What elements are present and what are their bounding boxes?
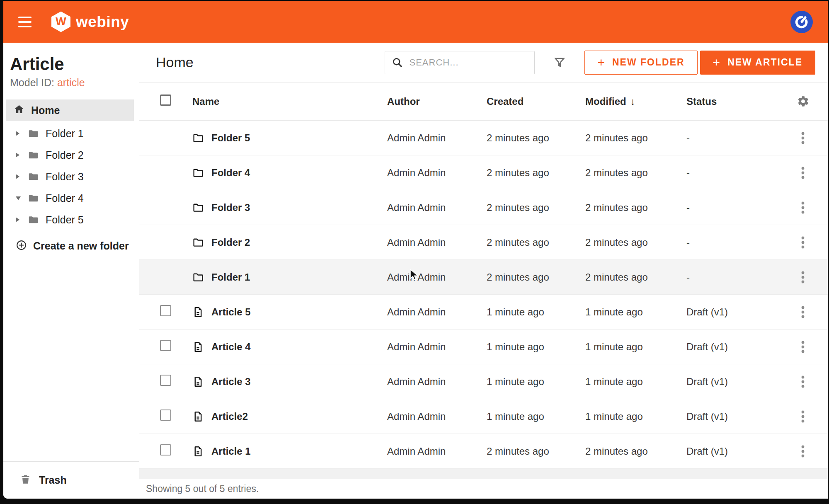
folder-icon — [28, 128, 39, 139]
kebab-menu-icon[interactable] — [800, 339, 806, 355]
chevron-right-icon[interactable] — [16, 174, 19, 179]
webiny-logo[interactable]: w webiny — [51, 12, 129, 32]
new-folder-button[interactable]: + NEW FOLDER — [584, 51, 697, 75]
column-header-author[interactable]: Author — [387, 96, 487, 107]
kebab-menu-icon[interactable] — [800, 374, 806, 390]
main-content: Home + — [139, 43, 828, 499]
kebab-menu-icon[interactable] — [800, 304, 806, 320]
row-name[interactable]: Folder 4 — [211, 167, 250, 179]
row-created: 2 minutes ago — [487, 167, 585, 179]
row-checkbox[interactable] — [160, 444, 171, 456]
folder-label: Folder 4 — [46, 192, 84, 204]
row-name[interactable]: Folder 5 — [211, 132, 250, 144]
row-name[interactable]: Article 4 — [211, 341, 251, 353]
table-row[interactable]: Folder 4 Admin Admin 2 minutes ago 2 min… — [139, 155, 828, 190]
row-status: Draft (v1) — [686, 446, 778, 457]
folder-icon — [192, 202, 204, 213]
chevron-right-icon[interactable] — [16, 217, 19, 222]
column-header-name[interactable]: Name — [192, 96, 387, 107]
row-created: 2 minutes ago — [487, 271, 585, 283]
sidebar-folder-item[interactable]: Folder 3 — [3, 166, 139, 187]
search-input[interactable] — [409, 57, 528, 68]
row-status: - — [686, 202, 778, 213]
row-checkbox[interactable] — [160, 305, 171, 316]
table-row[interactable]: Article2 Admin Admin 1 minute ago 1 minu… — [139, 399, 828, 434]
sidebar-item-home[interactable]: Home — [6, 99, 134, 121]
table-row[interactable]: Folder 2 Admin Admin 2 minutes ago 2 min… — [139, 225, 828, 260]
select-all-checkbox[interactable] — [160, 94, 171, 106]
row-created: 2 minutes ago — [487, 202, 585, 213]
sidebar-folder-item[interactable]: Folder 1 — [3, 123, 139, 144]
column-header-created[interactable]: Created — [487, 96, 585, 107]
hamburger-menu-icon[interactable] — [18, 17, 32, 27]
power-icon — [793, 14, 810, 30]
row-name[interactable]: Article 5 — [211, 306, 251, 318]
folder-icon — [192, 167, 204, 179]
table-row[interactable]: Article 3 Admin Admin 1 minute ago 1 min… — [139, 364, 828, 399]
filter-icon[interactable] — [553, 56, 566, 69]
table-row[interactable]: Article 4 Admin Admin 1 minute ago 1 min… — [139, 330, 828, 364]
sidebar-item-trash[interactable]: Trash — [3, 461, 139, 499]
plus-circle-icon — [16, 240, 27, 252]
chevron-down-icon[interactable] — [16, 196, 21, 200]
kebab-menu-icon[interactable] — [800, 165, 806, 181]
kebab-menu-icon[interactable] — [800, 443, 806, 459]
kebab-menu-icon[interactable] — [800, 269, 806, 285]
row-name[interactable]: Article2 — [211, 411, 248, 422]
webiny-hexagon-logo-icon: w — [51, 12, 70, 32]
search-box[interactable] — [385, 51, 535, 74]
sidebar: Article Model ID: article Home — [3, 43, 139, 499]
row-author: Admin Admin — [387, 446, 487, 457]
row-modified: 1 minute ago — [585, 411, 686, 422]
kebab-menu-icon[interactable] — [800, 130, 806, 146]
table-settings-gear-icon[interactable] — [797, 95, 810, 108]
column-header-modified[interactable]: Modified↓ — [585, 96, 686, 107]
home-icon — [13, 104, 25, 117]
row-modified: 2 minutes ago — [585, 202, 686, 213]
row-status: Draft (v1) — [686, 376, 778, 388]
chevron-right-icon[interactable] — [16, 131, 19, 136]
row-name[interactable]: Folder 2 — [211, 237, 250, 248]
row-author: Admin Admin — [387, 306, 487, 318]
row-name[interactable]: Folder 1 — [211, 271, 250, 283]
column-header-status[interactable]: Status — [686, 96, 778, 107]
table-row[interactable]: Folder 5 Admin Admin 2 minutes ago 2 min… — [139, 121, 828, 155]
row-name[interactable]: Folder 3 — [211, 202, 250, 213]
row-checkbox[interactable] — [160, 340, 171, 351]
webiny-wordmark: webiny — [76, 13, 129, 31]
row-author: Admin Admin — [387, 237, 487, 248]
table-row[interactable]: Article 5 Admin Admin 1 minute ago 1 min… — [139, 295, 828, 330]
kebab-menu-icon[interactable] — [800, 200, 806, 216]
row-checkbox[interactable] — [160, 410, 171, 421]
folder-icon — [192, 237, 204, 248]
row-created: 1 minute ago — [487, 306, 585, 318]
table-row[interactable]: Article 1 Admin Admin 2 minutes ago 2 mi… — [139, 434, 828, 469]
sidebar-folder-item[interactable]: Folder 4 — [3, 187, 139, 209]
new-article-button[interactable]: + NEW ARTICLE — [700, 51, 815, 75]
row-status: - — [686, 237, 778, 248]
folder-icon — [28, 171, 39, 182]
row-status: Draft (v1) — [686, 411, 778, 422]
folder-icon — [28, 193, 39, 204]
folder-icon — [28, 150, 39, 161]
user-avatar[interactable] — [790, 11, 813, 33]
search-icon — [392, 57, 403, 68]
row-author: Admin Admin — [387, 341, 487, 353]
row-checkbox[interactable] — [160, 375, 171, 386]
row-created: 1 minute ago — [487, 411, 585, 422]
table-row[interactable]: Folder 3 Admin Admin 2 minutes ago 2 min… — [139, 190, 828, 225]
chevron-right-icon[interactable] — [16, 153, 19, 158]
table-footer: Showing 5 out of 5 entries. — [139, 479, 828, 499]
content-header: Home + — [139, 43, 828, 82]
sidebar-folder-item[interactable]: Folder 5 — [3, 209, 139, 230]
create-folder-button[interactable]: Create a new folder — [3, 235, 139, 257]
row-name[interactable]: Article 3 — [211, 376, 251, 388]
kebab-menu-icon[interactable] — [800, 409, 806, 424]
row-modified: 1 minute ago — [585, 376, 686, 388]
folder-label: Folder 5 — [46, 214, 84, 226]
row-name[interactable]: Article 1 — [211, 446, 251, 457]
sidebar-folder-item[interactable]: Folder 2 — [3, 144, 139, 166]
folder-icon — [28, 214, 39, 225]
kebab-menu-icon[interactable] — [800, 235, 806, 250]
table-row[interactable]: Folder 1 Admin Admin 2 minutes ago 2 min… — [139, 260, 828, 295]
